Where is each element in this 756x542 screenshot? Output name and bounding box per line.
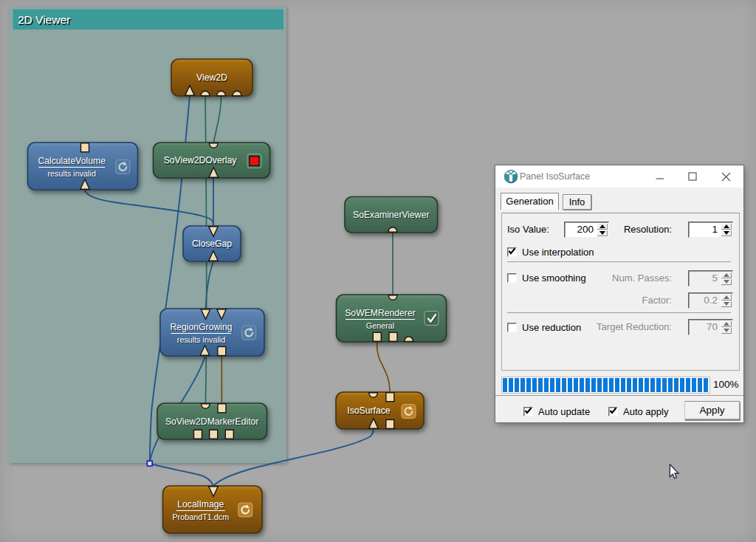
svg-text:SoWEMRenderer: SoWEMRenderer	[345, 308, 416, 318]
svg-text:General: General	[366, 321, 394, 330]
svg-text:SoExaminerViewer: SoExaminerViewer	[353, 210, 429, 220]
svg-text:SoView2DMarkerEditor: SoView2DMarkerEditor	[165, 416, 258, 427]
svg-text:IsoSurface: IsoSurface	[347, 405, 390, 416]
svg-text:2D Viewer: 2D Viewer	[18, 13, 70, 26]
svg-text:SoView2DOverlay: SoView2DOverlay	[164, 155, 238, 165]
svg-text:CloseGap: CloseGap	[192, 239, 232, 249]
svg-text:results invalid: results invalid	[177, 335, 225, 344]
svg-text:ProbandT1.dcm: ProbandT1.dcm	[172, 512, 229, 521]
svg-text:RegionGrowing: RegionGrowing	[170, 322, 232, 332]
svg-text:results invalid: results invalid	[47, 169, 95, 178]
svg-text:LocalImage: LocalImage	[177, 499, 224, 510]
svg-text:CalculateVolume: CalculateVolume	[38, 156, 106, 166]
svg-text:View2D: View2D	[196, 72, 227, 83]
